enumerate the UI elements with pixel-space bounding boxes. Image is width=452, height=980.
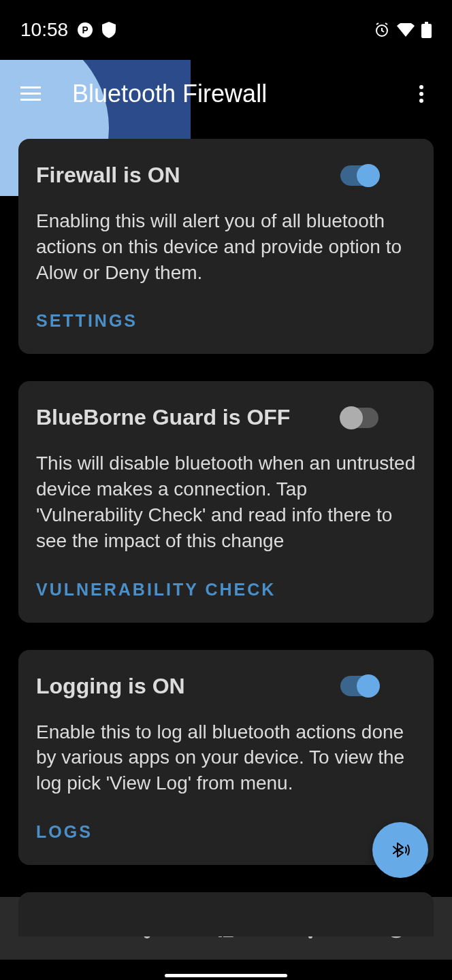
wifi-icon: [397, 23, 415, 37]
blueborne-toggle[interactable]: [340, 408, 378, 428]
logging-toggle[interactable]: [340, 676, 378, 696]
hamburger-icon: [20, 86, 41, 101]
status-bar: 10:58 P: [0, 0, 452, 60]
firewall-card: Firewall is ON Enabling this will alert …: [18, 139, 434, 354]
logs-button[interactable]: LOGS: [36, 819, 93, 845]
navigation-handle[interactable]: [165, 974, 287, 977]
app-header: Bluetooth Firewall: [0, 60, 452, 139]
status-left: 10:58 P: [20, 19, 116, 41]
blueborne-card-description: This will disable bluetooth when an untr…: [36, 451, 416, 553]
bluetooth-broadcast-icon: [388, 838, 413, 862]
settings-button[interactable]: SETTINGS: [36, 308, 138, 333]
next-card-peek: [18, 892, 434, 936]
status-time: 10:58: [20, 19, 68, 41]
shield-icon: [102, 22, 116, 38]
svg-rect-7: [20, 99, 41, 101]
parking-icon: P: [78, 22, 93, 37]
bluetooth-fab[interactable]: [372, 822, 428, 878]
logging-card-title: Logging is ON: [36, 674, 185, 699]
svg-rect-3: [421, 24, 432, 38]
app-title: Bluetooth Firewall: [72, 80, 404, 108]
logging-card: Logging is ON Enable this to log all blu…: [18, 650, 434, 865]
alarm-icon: [374, 22, 390, 38]
blueborne-card: BlueBorne Guard is OFF This will disable…: [18, 381, 434, 622]
more-vertical-icon: [419, 84, 424, 103]
more-options-button[interactable]: [404, 77, 438, 111]
firewall-card-title: Firewall is ON: [36, 163, 180, 188]
svg-point-9: [419, 92, 423, 96]
vulnerability-check-button[interactable]: VULNERABILITY CHECK: [36, 577, 276, 602]
battery-icon: [421, 22, 432, 38]
firewall-card-description: Enabling this will alert you of all blue…: [36, 208, 416, 285]
svg-point-8: [419, 85, 423, 89]
svg-text:P: P: [82, 25, 88, 35]
menu-button[interactable]: [14, 77, 48, 111]
svg-point-10: [419, 99, 423, 103]
svg-rect-5: [20, 86, 41, 88]
svg-rect-6: [20, 93, 41, 95]
blueborne-card-title: BlueBorne Guard is OFF: [36, 405, 290, 430]
logging-card-description: Enable this to log all bluetooth actions…: [36, 719, 416, 796]
status-right: [374, 22, 432, 38]
firewall-toggle[interactable]: [340, 165, 378, 186]
main-content: Firewall is ON Enabling this will alert …: [0, 139, 452, 936]
svg-rect-4: [425, 22, 428, 24]
